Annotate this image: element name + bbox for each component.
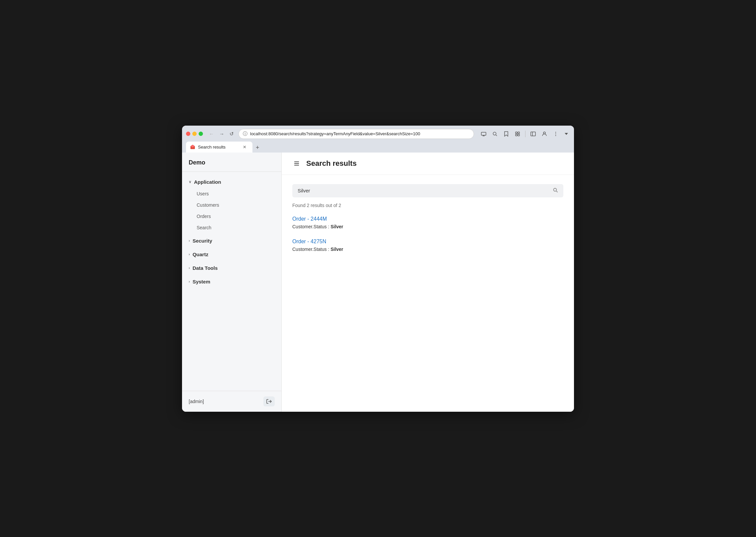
browser-controls-row: ← → ↺ ⓘ localhost:8080/search/results?st… (186, 129, 570, 139)
sidebar-item-application-label: Application (194, 179, 221, 185)
result-meta-value-2: Silver (331, 247, 343, 252)
svg-marker-2 (505, 132, 508, 136)
hamburger-button[interactable] (292, 159, 301, 168)
svg-rect-7 (531, 132, 535, 136)
result-meta-label-2: Customer.Status : (292, 247, 331, 252)
svg-point-20 (554, 188, 557, 191)
result-link-1[interactable]: Order - 2444M (292, 216, 327, 222)
browser-window: ← → ↺ ⓘ localhost:8080/search/results?st… (182, 126, 574, 412)
bookmark-icon[interactable] (502, 130, 511, 138)
sidebar-item-orders[interactable]: Orders (182, 211, 281, 222)
results-count-text: Found 2 results out of 2 (292, 203, 563, 208)
svg-point-1 (493, 132, 496, 135)
chevron-right-icon: › (189, 239, 190, 243)
result-meta-label-1: Customer.Status : (292, 224, 331, 229)
sidebar-user-label: [admin] (189, 399, 204, 404)
nav-section-system: › System (182, 275, 281, 288)
sidebar-item-data-tools[interactable]: › Data Tools (182, 262, 281, 274)
sidebar-item-customers[interactable]: Customers (182, 199, 281, 211)
result-meta-2: Customer.Status : Silver (292, 247, 563, 252)
chevron-right-icon-3: › (189, 266, 190, 270)
sidebar-item-system-label: System (193, 279, 210, 284)
content-header: Search results (282, 153, 574, 175)
search-box-container (292, 184, 563, 197)
profile-icon[interactable] (540, 130, 549, 138)
chevron-right-icon-4: › (189, 279, 190, 283)
sidebar-item-security-label: Security (193, 238, 212, 244)
application-children: Users Customers Orders Search (182, 188, 281, 233)
svg-point-11 (555, 133, 556, 134)
tab-favicon (190, 144, 195, 150)
result-item-1: Order - 2444M Customer.Status : Silver (292, 216, 563, 229)
chevron-down-icon: ∨ (189, 180, 191, 184)
sidebar-item-security[interactable]: › Security (182, 235, 281, 247)
svg-point-12 (555, 135, 556, 136)
sidebar-nav: ∨ Application Users Customers Orders Sea… (182, 172, 281, 391)
nav-section-quartz: › Quartz (182, 248, 281, 261)
new-tab-button[interactable]: + (253, 143, 262, 153)
forward-button[interactable]: → (217, 130, 226, 138)
sidebar-item-application[interactable]: ∨ Application (182, 176, 281, 188)
reload-button[interactable]: ↺ (228, 130, 236, 138)
sidebar: Demo ∨ Application Users Customers Order… (182, 153, 282, 412)
zoom-icon[interactable] (491, 130, 499, 138)
sidebar-item-system[interactable]: › System (182, 275, 281, 288)
menu-icon[interactable] (551, 130, 560, 138)
content-body: Found 2 results out of 2 Order - 2444M C… (282, 175, 574, 270)
tab-list-icon[interactable] (563, 131, 570, 137)
result-meta-value-1: Silver (331, 224, 343, 229)
chevron-right-icon-2: › (189, 252, 190, 256)
sidebar-item-quartz-label: Quartz (193, 252, 209, 257)
screen-share-icon[interactable] (479, 130, 488, 138)
tabs-row: Search results ✕ + (186, 142, 570, 153)
main-content: Search results Found 2 results out of 2 (282, 153, 574, 412)
nav-section-security: › Security (182, 235, 281, 247)
sidebar-item-data-tools-label: Data Tools (193, 265, 218, 271)
browser-chrome: ← → ↺ ⓘ localhost:8080/search/results?st… (182, 126, 574, 153)
app-layout: Demo ∨ Application Users Customers Order… (182, 153, 574, 412)
result-item-2: Order - 4275N Customer.Status : Silver (292, 239, 563, 252)
svg-rect-6 (518, 134, 520, 136)
toolbar-divider (525, 131, 525, 137)
svg-rect-0 (481, 132, 486, 135)
sidebar-item-search[interactable]: Search (182, 222, 281, 233)
svg-point-10 (555, 132, 556, 132)
traffic-lights (186, 132, 203, 136)
tab-title: Search results (198, 145, 239, 150)
address-text: localhost:8080/search/results?strategy=a… (250, 131, 470, 136)
minimize-window-button[interactable] (192, 132, 197, 136)
sidebar-item-quartz[interactable]: › Quartz (182, 248, 281, 261)
nav-section-application: ∨ Application Users Customers Orders Sea… (182, 176, 281, 233)
address-bar[interactable]: ⓘ localhost:8080/search/results?strategy… (238, 129, 474, 139)
svg-rect-3 (516, 132, 517, 134)
search-input[interactable] (298, 188, 550, 193)
sidebar-item-users[interactable]: Users (182, 188, 281, 199)
extension-icon[interactable] (513, 130, 522, 138)
svg-point-9 (543, 132, 545, 134)
close-window-button[interactable] (186, 132, 190, 136)
sidebar-toggle-icon[interactable] (529, 130, 537, 138)
logout-button[interactable] (263, 396, 275, 406)
back-button[interactable]: ← (207, 130, 216, 138)
nav-buttons: ← → ↺ (207, 130, 236, 138)
svg-rect-4 (518, 132, 520, 134)
toolbar-icons (479, 130, 570, 138)
tab-close-button[interactable]: ✕ (241, 144, 248, 150)
search-submit-button[interactable] (553, 187, 558, 194)
address-info-icon: ⓘ (243, 131, 247, 137)
active-tab[interactable]: Search results ✕ (186, 142, 252, 153)
page-title: Search results (306, 159, 357, 168)
svg-marker-13 (565, 133, 568, 135)
result-link-2[interactable]: Order - 4275N (292, 239, 326, 245)
sidebar-footer: [admin] (182, 391, 281, 412)
sidebar-logo: Demo (182, 153, 281, 172)
result-meta-1: Customer.Status : Silver (292, 224, 563, 229)
nav-section-data-tools: › Data Tools (182, 262, 281, 274)
svg-rect-5 (516, 134, 517, 136)
maximize-window-button[interactable] (199, 132, 203, 136)
